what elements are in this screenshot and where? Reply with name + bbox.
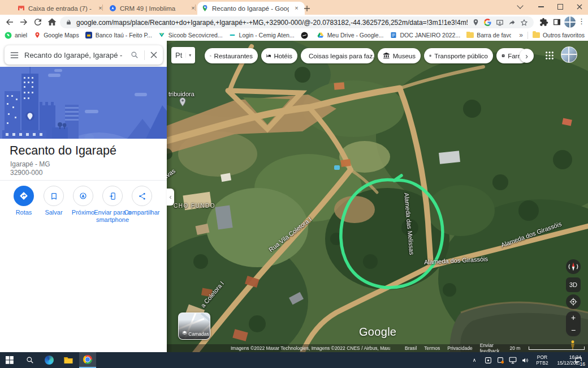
bookmark-doc[interactable]: DOC JANEIRO 2022... (390, 32, 460, 39)
compass-control[interactable] (566, 259, 581, 274)
menu-hamburger-icon[interactable] (10, 52, 19, 59)
bookmark-itau[interactable]: Banco Itaú - Feito P... (85, 32, 152, 39)
place-subtitle: Igarapé - MG (10, 160, 50, 168)
volume-icon[interactable] (519, 352, 531, 368)
other-favorites-folder[interactable]: Outros favoritos (533, 32, 585, 38)
share-icon[interactable] (508, 19, 516, 26)
tray-app-icon[interactable] (482, 352, 494, 368)
transit-icon (429, 52, 431, 59)
poi-pin-icon[interactable] (179, 97, 186, 106)
tab-close-icon[interactable]: × (189, 4, 197, 12)
map-canvas[interactable]: tribuidora ivas CHO FUNDO Rua Vila Colet… (167, 41, 588, 352)
chip-restaurantes[interactable]: Restaurantes (205, 48, 258, 63)
layers-button[interactable]: Camadas (178, 313, 210, 340)
action-label: Rotas (16, 209, 32, 216)
browser-menu-icon[interactable]: ⋮ (578, 17, 585, 25)
chip-transporte[interactable]: Transporte público (424, 48, 493, 63)
attribution-link-termos[interactable]: Termos (424, 345, 440, 351)
bookmark-cemig[interactable]: Login - Cemig Aten... (229, 32, 295, 39)
attribution-link-privacidade[interactable]: Privacidade (447, 345, 472, 351)
language-indicator[interactable]: POR PTB2 (534, 354, 551, 366)
cemig-icon (229, 32, 236, 39)
nearby-circle (73, 186, 93, 206)
language-line1: POR (534, 354, 551, 360)
chrome-logo (83, 355, 92, 364)
panel-collapse-button[interactable]: ‹ (167, 189, 174, 206)
send-to-phone-icon (109, 192, 117, 200)
new-tab-button[interactable] (300, 2, 314, 15)
bookmarks-overflow-icon[interactable]: » (519, 31, 523, 39)
tab-close-icon[interactable]: × (96, 4, 105, 12)
google-apps-grid-icon[interactable] (545, 51, 554, 60)
window-close-button[interactable] (571, 0, 588, 14)
back-button[interactable] (5, 17, 15, 27)
chips-scroll-right-button[interactable]: › (520, 49, 534, 63)
action-directions[interactable]: Rotas (8, 186, 40, 216)
forward-button[interactable] (19, 17, 29, 27)
profile-avatar[interactable] (564, 16, 576, 28)
bookmark-star-icon[interactable] (520, 19, 528, 27)
zoom-out-button[interactable]: − (566, 324, 581, 336)
bookmark-whatsapp[interactable]: aniel (5, 32, 27, 39)
action-send-to-phone[interactable]: Enviar para o smartphone (97, 186, 128, 223)
edge-taskbar-icon[interactable] (41, 352, 58, 368)
drive-icon (317, 32, 325, 39)
maps-search-box[interactable]: Recanto do Igarapé, Igarapé - MG (5, 45, 163, 65)
attribution-link-brasil[interactable]: Brasil (405, 345, 417, 351)
action-share[interactable]: Compartilhar (126, 186, 158, 216)
zoom-in-button[interactable]: + (566, 311, 581, 324)
poi-label-distribuidora[interactable]: tribuidora (168, 91, 194, 97)
chip-coisas-legais[interactable]: Coisas legais para faz... (301, 48, 374, 63)
network-icon[interactable] (507, 352, 519, 368)
compass-icon (567, 260, 580, 273)
side-panel-icon[interactable] (552, 18, 561, 27)
chip-hoteis[interactable]: Hotéis (261, 48, 297, 63)
attribution-link-feedback[interactable]: Enviar feedback (480, 343, 503, 352)
tab-title: Caixa de entrada (7) - atendimen (28, 5, 93, 12)
bookmark-google-maps[interactable]: Google Maps (33, 32, 79, 39)
url-bar[interactable]: google.com/maps/place/Recanto+do+Igarapé… (60, 16, 534, 28)
reload-button[interactable] (33, 17, 43, 27)
3d-toggle-button[interactable]: 3D (566, 277, 581, 292)
bookmark-site[interactable] (301, 32, 311, 39)
close-icon (577, 4, 582, 10)
account-avatar[interactable] (561, 46, 577, 63)
my-location-button[interactable] (566, 294, 581, 309)
extensions-puzzle-icon[interactable] (539, 18, 548, 27)
translate-extension-button[interactable]: Pt ▾ (171, 47, 195, 63)
my-location-icon (569, 298, 577, 306)
place-postal-code: 32900-000 (10, 169, 42, 177)
taskbar-search-button[interactable] (21, 352, 38, 368)
action-save[interactable]: Salvar (38, 186, 70, 216)
globe-dark-icon (301, 32, 308, 39)
search-icon[interactable] (131, 51, 139, 59)
window-maximize-button[interactable] (552, 0, 569, 14)
browser-tab-maps-active[interactable]: Recanto do Igarapé - Google Ma × (197, 2, 305, 15)
chip-museus[interactable]: Museus (378, 48, 421, 63)
browser-tab-gmail[interactable]: Caixa de entrada (7) - atendimen × (14, 2, 109, 15)
install-app-icon[interactable] (496, 19, 504, 27)
notification-center-button[interactable]: 16 (570, 352, 587, 368)
tray-expand-button[interactable]: ∧ (468, 352, 481, 368)
search-input[interactable]: Recanto do Igarapé, Igarapé - MG (24, 51, 125, 59)
url-text: google.com/maps/place/Recanto+do+Igarapé… (76, 19, 468, 27)
home-button[interactable] (47, 17, 57, 27)
save-circle (44, 186, 64, 206)
google-g-icon[interactable] (484, 19, 491, 26)
tray-notification-app-icon[interactable] (494, 352, 507, 368)
location-pin-icon[interactable] (472, 19, 479, 26)
start-button[interactable] (1, 352, 18, 368)
place-title: Recanto do Igarapé (10, 144, 116, 158)
window-minimize-button[interactable] (533, 0, 550, 14)
chrome-taskbar-icon-active[interactable] (79, 352, 96, 368)
bookmark-folder-favoritos[interactable]: Barra de favoritos (466, 32, 511, 38)
bookmark-drive[interactable]: Meu Drive - Google... (317, 32, 384, 39)
clear-search-icon[interactable] (150, 52, 157, 58)
bookmark-sicoob[interactable]: Sicoob Secovicred... (158, 32, 223, 39)
tab-search-button[interactable] (512, 0, 529, 14)
avatar-detail (564, 22, 576, 23)
folder-icon (64, 356, 73, 364)
speaker-icon (521, 357, 529, 364)
file-explorer-taskbar-icon[interactable] (60, 352, 77, 368)
browser-tab-crm[interactable]: CRM 49 | Imoblima × (105, 2, 201, 15)
